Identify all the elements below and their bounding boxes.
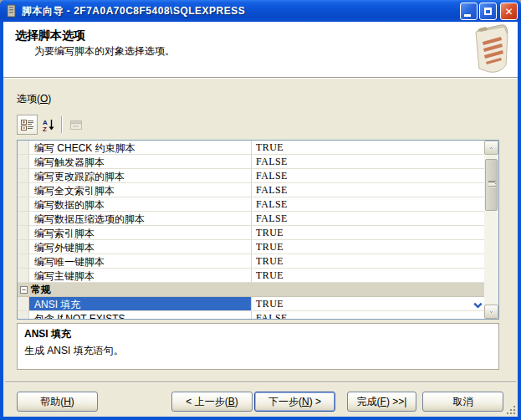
wizard-header: 选择脚本选项 为要编写脚本的对象选择选项。 bbox=[3, 22, 518, 77]
description-title: ANSI 填充 bbox=[24, 327, 492, 341]
category-label: 常规 bbox=[31, 283, 51, 297]
row-gutter bbox=[18, 197, 29, 211]
row-gutter bbox=[18, 155, 29, 168]
grid-row[interactable]: 包含 If NOT EXISTSFALSE bbox=[18, 311, 484, 320]
dialog-client-area: 选择脚本选项 为要编写脚本的对象选择选项。 选项(O) bbox=[3, 22, 518, 417]
close-icon[interactable]: ✕ bbox=[500, 3, 518, 20]
property-value[interactable]: FALSE bbox=[252, 155, 484, 168]
page-title: 选择脚本选项 bbox=[15, 28, 85, 44]
window-title: 脚本向导 - 2F7A0A70C8F5408\SQLEXPRESS bbox=[22, 4, 245, 18]
row-gutter bbox=[18, 269, 29, 282]
help-button[interactable]: 帮助(H) bbox=[17, 392, 98, 412]
grid-row[interactable]: 编写索引脚本TRUE bbox=[18, 226, 484, 240]
property-grid-rows: 编写 CHECK 约束脚本TRUE编写触发器脚本FALSE编写更改跟踪的脚本FA… bbox=[18, 141, 484, 320]
property-name[interactable]: 包含 If NOT EXISTS bbox=[29, 311, 252, 320]
svg-text:Z: Z bbox=[43, 125, 47, 131]
thumb-grip bbox=[488, 181, 496, 188]
property-grid[interactable]: 编写 CHECK 约束脚本TRUE编写触发器脚本FALSE编写更改跟踪的脚本FA… bbox=[17, 140, 499, 320]
property-name[interactable]: 编写索引脚本 bbox=[29, 226, 252, 239]
grid-row[interactable]: ANSI 填充TRUE bbox=[18, 297, 484, 311]
property-name[interactable]: 编写主键脚本 bbox=[29, 269, 252, 282]
property-value[interactable]: FALSE bbox=[252, 169, 484, 182]
row-gutter bbox=[18, 169, 29, 182]
row-gutter bbox=[18, 226, 29, 239]
dropdown-chevron-icon[interactable] bbox=[473, 300, 483, 312]
sort-alphabetical-icon[interactable]: A Z bbox=[38, 115, 59, 135]
scroll-down-icon[interactable] bbox=[484, 305, 498, 319]
next-button[interactable]: 下一步(N) > bbox=[254, 392, 335, 412]
description-text: 生成 ANSI 填充语句。 bbox=[24, 344, 492, 358]
property-name[interactable]: 编写触发器脚本 bbox=[29, 155, 252, 168]
grid-row[interactable]: 编写更改跟踪的脚本FALSE bbox=[18, 169, 484, 183]
property-name[interactable]: 编写唯一键脚本 bbox=[29, 254, 252, 268]
grid-row[interactable]: 编写主键脚本TRUE bbox=[18, 269, 484, 283]
options-label: 选项(O) bbox=[17, 92, 51, 106]
row-gutter bbox=[18, 183, 29, 197]
row-gutter bbox=[18, 311, 29, 320]
property-value[interactable]: FALSE bbox=[252, 311, 484, 320]
property-name[interactable]: 编写 CHECK 约束脚本 bbox=[29, 141, 252, 154]
property-name[interactable]: 编写全文索引脚本 bbox=[29, 183, 252, 197]
property-name[interactable]: 编写更改跟踪的脚本 bbox=[29, 169, 252, 182]
server-icon bbox=[5, 4, 18, 18]
vertical-scrollbar[interactable] bbox=[484, 141, 498, 319]
property-name[interactable]: 编写数据的脚本 bbox=[29, 197, 252, 211]
resize-grip-icon[interactable] bbox=[505, 404, 516, 415]
scroll-document-icon bbox=[469, 23, 513, 75]
grid-row[interactable]: 编写外键脚本TRUE bbox=[18, 240, 484, 254]
grid-row[interactable]: 编写触发器脚本FALSE bbox=[18, 155, 484, 169]
grid-row[interactable]: 编写数据压缩选项的脚本FALSE bbox=[18, 212, 484, 226]
property-value[interactable]: TRUE bbox=[252, 226, 484, 239]
categorized-icon[interactable] bbox=[17, 115, 38, 135]
row-gutter bbox=[18, 254, 29, 268]
property-name[interactable]: 编写外键脚本 bbox=[29, 240, 252, 254]
grid-row[interactable]: 编写数据的脚本FALSE bbox=[18, 197, 484, 212]
back-button[interactable]: < 上一步(B) bbox=[171, 392, 253, 412]
grid-category-row[interactable]: −常规 bbox=[18, 283, 484, 297]
finish-button[interactable]: 完成(F) >>| bbox=[347, 392, 416, 412]
property-pages-icon bbox=[65, 115, 86, 135]
property-value[interactable]: TRUE bbox=[252, 269, 484, 282]
property-value[interactable]: TRUE bbox=[252, 240, 484, 254]
grid-row[interactable]: 编写唯一键脚本TRUE bbox=[18, 254, 484, 269]
row-gutter bbox=[18, 212, 29, 225]
property-grid-toolbar: A Z bbox=[17, 114, 86, 136]
minimize-icon[interactable] bbox=[460, 3, 478, 20]
cancel-button[interactable]: 取消 bbox=[422, 392, 503, 412]
row-gutter bbox=[18, 240, 29, 254]
row-gutter bbox=[18, 141, 29, 154]
scrollbar-thumb[interactable] bbox=[485, 159, 498, 211]
property-description-panel: ANSI 填充 生成 ANSI 填充语句。 bbox=[17, 323, 499, 370]
page-subtitle: 为要编写脚本的对象选择选项。 bbox=[34, 44, 175, 59]
titlebar[interactable]: 脚本向导 - 2F7A0A70C8F5408\SQLEXPRESS ✕ bbox=[0, 0, 521, 22]
row-gutter bbox=[18, 297, 29, 310]
script-wizard-window: 脚本向导 - 2F7A0A70C8F5408\SQLEXPRESS ✕ 选择脚本… bbox=[0, 0, 521, 420]
property-value[interactable]: TRUE bbox=[252, 141, 484, 154]
maximize-icon[interactable] bbox=[479, 3, 497, 20]
property-value[interactable]: TRUE bbox=[252, 297, 484, 310]
property-name[interactable]: ANSI 填充 bbox=[29, 297, 252, 310]
property-name[interactable]: 编写数据压缩选项的脚本 bbox=[29, 212, 252, 225]
collapse-minus-icon[interactable]: − bbox=[20, 286, 28, 294]
scroll-up-icon[interactable] bbox=[484, 141, 498, 155]
grid-row[interactable]: 编写全文索引脚本FALSE bbox=[18, 183, 484, 197]
property-value[interactable]: FALSE bbox=[252, 183, 484, 197]
property-value[interactable]: TRUE bbox=[252, 254, 484, 268]
property-value[interactable]: FALSE bbox=[252, 212, 484, 225]
toolbar-separator bbox=[61, 116, 63, 133]
property-value[interactable]: FALSE bbox=[252, 197, 484, 211]
header-divider bbox=[3, 77, 518, 79]
footer-divider bbox=[5, 382, 516, 383]
grid-row[interactable]: 编写 CHECK 约束脚本TRUE bbox=[18, 141, 484, 155]
